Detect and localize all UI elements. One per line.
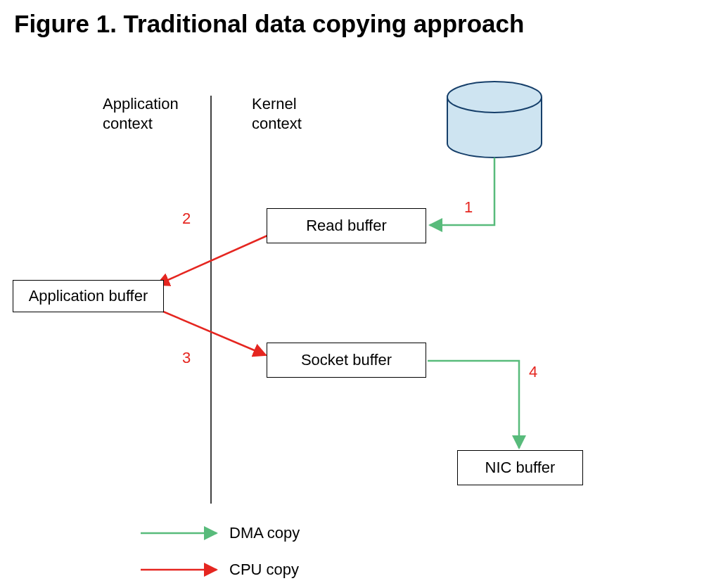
- disk-cylinder-icon: [447, 82, 542, 158]
- step-3-label: 3: [182, 349, 191, 367]
- socket-buffer-box: Socket buffer: [267, 343, 426, 378]
- arrow-4-dma: [428, 361, 519, 448]
- diagram-canvas: Figure 1. Traditional data copying appro…: [0, 0, 716, 588]
- application-context-line2: context: [103, 115, 153, 132]
- step-4-label: 4: [529, 363, 537, 381]
- legend-cpu-label: CPU copy: [229, 561, 299, 579]
- kernel-context-label: Kernel context: [252, 94, 302, 133]
- svg-point-0: [447, 82, 542, 113]
- arrow-3-cpu: [158, 309, 266, 355]
- application-context-label: Application context: [103, 94, 179, 133]
- kernel-context-line2: context: [252, 115, 302, 132]
- application-buffer-box: Application buffer: [13, 280, 164, 312]
- arrow-2-cpu: [157, 236, 267, 285]
- kernel-context-line1: Kernel: [252, 95, 297, 113]
- read-buffer-box: Read buffer: [267, 208, 426, 243]
- step-2-label: 2: [182, 210, 191, 228]
- application-context-line1: Application: [103, 95, 179, 113]
- legend-dma-label: DMA copy: [229, 524, 300, 542]
- nic-buffer-box: NIC buffer: [457, 450, 583, 485]
- step-1-label: 1: [464, 198, 473, 217]
- arrow-1-dma: [430, 158, 494, 225]
